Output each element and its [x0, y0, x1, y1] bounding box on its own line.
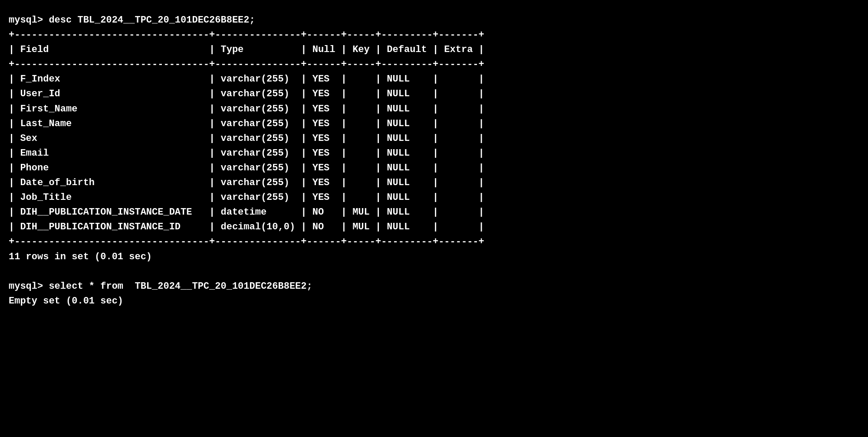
separator-header: +----------------------------------+----… [9, 59, 484, 70]
data-row-1: | User_Id | varchar(255) | YES | | NULL … [9, 88, 484, 99]
command1: mysql> desc TBL_2024__TPC_20_101DEC26B8E… [9, 15, 255, 26]
data-row-10: | DIH__PUBLICATION_INSTANCE_ID | decimal… [9, 222, 484, 232]
row-count: 11 rows in set (0.01 sec) [9, 251, 152, 262]
data-row-0: | F_Index | varchar(255) | YES | | NULL … [9, 74, 484, 85]
separator-top: +----------------------------------+----… [9, 29, 484, 40]
data-row-3: | Last_Name | varchar(255) | YES | | NUL… [9, 118, 484, 129]
data-row-8: | Job_Title | varchar(255) | YES | | NUL… [9, 192, 484, 203]
data-row-9: | DIH__PUBLICATION_INSTANCE_DATE | datet… [9, 207, 484, 218]
command2: mysql> select * from TBL_2024__TPC_20_10… [9, 281, 312, 292]
terminal-output: mysql> desc TBL_2024__TPC_20_101DEC26B8E… [9, 13, 859, 309]
separator-bottom: +----------------------------------+----… [9, 236, 484, 247]
data-row-2: | First_Name | varchar(255) | YES | | NU… [9, 104, 484, 114]
data-row-4: | Sex | varchar(255) | YES | | NULL | | [9, 133, 484, 144]
data-row-5: | Email | varchar(255) | YES | | NULL | … [9, 148, 484, 159]
header-row: | Field | Type | Null | Key | Default | … [9, 44, 484, 55]
empty-set: Empty set (0.01 sec) [9, 296, 123, 307]
data-row-7: | Date_of_birth | varchar(255) | YES | |… [9, 177, 484, 188]
data-row-6: | Phone | varchar(255) | YES | | NULL | … [9, 163, 484, 173]
